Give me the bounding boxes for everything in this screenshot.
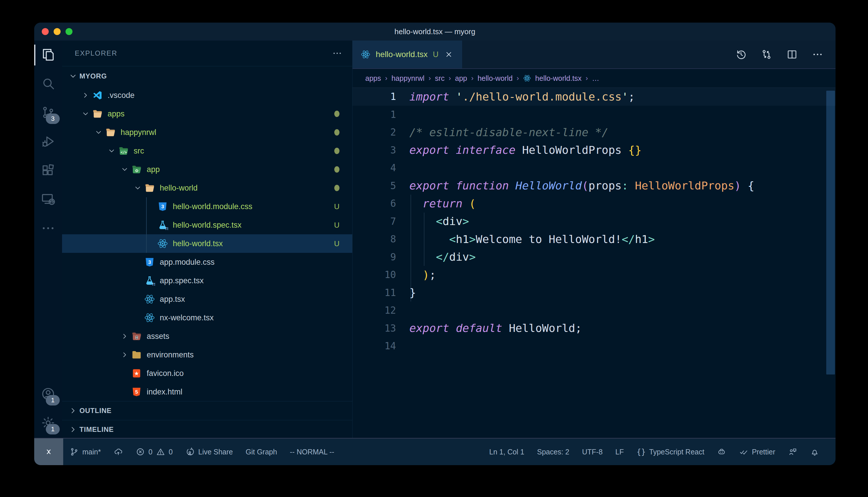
tree-item-app[interactable]: app bbox=[62, 160, 352, 179]
chevron-spacer bbox=[118, 367, 131, 380]
status-label: Git Graph bbox=[246, 448, 277, 456]
status-item-feedback[interactable] bbox=[782, 439, 804, 465]
timeline-section-header[interactable]: TIMELINE bbox=[62, 420, 352, 439]
history-icon[interactable] bbox=[735, 48, 747, 61]
status-item-live-share[interactable]: Live Share bbox=[179, 439, 239, 465]
code-text: return ( bbox=[409, 197, 476, 210]
activity-item-run-debug[interactable] bbox=[34, 127, 62, 156]
breadcrumb-item-happynrwl[interactable]: happynrwl bbox=[391, 74, 424, 83]
tree-item-hello-world-spec-tsx[interactable]: TShello-world.spec.tsxU bbox=[62, 216, 352, 234]
tab-hello-world-tsx[interactable]: hello-world.tsx U bbox=[353, 41, 462, 68]
tree-item-vscode[interactable]: .vscode bbox=[62, 86, 352, 104]
svg-text:5: 5 bbox=[135, 389, 138, 395]
tree-item-hello-world-tsx[interactable]: hello-world.tsxU bbox=[62, 234, 352, 253]
status-item-eol[interactable]: LF bbox=[609, 439, 630, 465]
activity-item-more[interactable] bbox=[34, 214, 62, 243]
workspace-section-header[interactable]: MYORG bbox=[62, 66, 352, 86]
tree-item-environments[interactable]: environments bbox=[62, 345, 352, 364]
breadcrumb-label: hello-world bbox=[478, 74, 512, 83]
chevron-down-icon[interactable] bbox=[118, 163, 131, 176]
html5-icon: 5 bbox=[131, 386, 142, 397]
activity-item-search[interactable] bbox=[34, 70, 62, 98]
chevron-spacer bbox=[131, 311, 144, 324]
compare-icon[interactable] bbox=[760, 48, 773, 61]
ellipsis-icon[interactable] bbox=[811, 48, 824, 61]
explorer-more-icon[interactable] bbox=[332, 48, 342, 58]
tree-item-hello-world[interactable]: hello-world bbox=[62, 179, 352, 197]
breadcrumb-item-src[interactable]: src bbox=[435, 74, 444, 83]
breadcrumb-item-app[interactable]: app bbox=[455, 74, 467, 83]
breadcrumb-label: happynrwl bbox=[391, 74, 424, 83]
chevron-right-icon[interactable] bbox=[79, 89, 92, 102]
status-item-git-branch[interactable]: main* bbox=[63, 439, 107, 465]
close-icon[interactable] bbox=[444, 49, 454, 60]
activity-item-extensions[interactable] bbox=[34, 156, 62, 185]
tree-item-index-html[interactable]: 5index.html bbox=[62, 383, 352, 401]
status-bar: main*00Live ShareGit Graph-- NORMAL -- L… bbox=[34, 438, 836, 465]
line-number: 10 bbox=[353, 269, 409, 280]
status-item-sync[interactable] bbox=[107, 439, 129, 465]
activity-item-source-control[interactable]: 3 bbox=[34, 98, 62, 127]
code-editor[interactable]: 1import './hello-world.module.css';12/* … bbox=[353, 88, 836, 438]
chevron-down-icon bbox=[67, 70, 80, 83]
favicon-icon: ★ bbox=[131, 368, 142, 379]
status-item-copilot[interactable] bbox=[711, 439, 733, 465]
tree-item-src[interactable]: </>src bbox=[62, 142, 352, 160]
tree-item-favicon-ico[interactable]: ★favicon.ico bbox=[62, 364, 352, 383]
breadcrumb-item-apps[interactable]: apps bbox=[365, 74, 381, 83]
vscode-window: hello-world.tsx — myorg 311 EXPLORER MYO… bbox=[34, 23, 836, 465]
activity-item-remote-explorer[interactable] bbox=[34, 185, 62, 214]
tree-item-happynrwl[interactable]: happynrwl bbox=[62, 123, 352, 142]
tree-item-nx-welcome-tsx[interactable]: nx-welcome.tsx bbox=[62, 309, 352, 327]
status-label: Prettier bbox=[752, 448, 775, 456]
badge: 1 bbox=[46, 424, 60, 435]
svg-text:TS: TS bbox=[165, 227, 168, 230]
breadcrumb-item-hello-world[interactable]: hello-world bbox=[478, 74, 512, 83]
status-item-remote-indicator[interactable] bbox=[34, 439, 63, 465]
status-item-problems[interactable]: 00 bbox=[129, 439, 179, 465]
chevron-down-icon[interactable] bbox=[92, 126, 105, 139]
code-line: 1 bbox=[353, 106, 836, 124]
status-label: LF bbox=[616, 448, 624, 456]
status-item-encoding[interactable]: UTF-8 bbox=[576, 439, 609, 465]
double-check-icon bbox=[739, 447, 748, 456]
tree-item-label: index.html bbox=[147, 387, 182, 397]
breadcrumb-label: … bbox=[592, 74, 599, 83]
status-item-cursor-position[interactable]: Ln 1, Col 1 bbox=[483, 439, 531, 465]
activity-item-accounts[interactable]: 1 bbox=[34, 380, 62, 409]
breadcrumb-item-hello-world-tsx[interactable]: hello-world.tsx bbox=[523, 74, 581, 83]
line-number: 14 bbox=[353, 340, 409, 352]
line-number: 5 bbox=[353, 180, 409, 191]
chevron-down-icon[interactable] bbox=[105, 144, 118, 158]
code-line: 3export interface HelloWorldProps {} bbox=[353, 141, 836, 159]
code-line: 14 bbox=[353, 337, 836, 355]
code-line: 6 return ( bbox=[353, 195, 836, 213]
tree-item-app-tsx[interactable]: app.tsx bbox=[62, 290, 352, 309]
tree-item-hello-world-module-css[interactable]: 3hello-world.module.cssU bbox=[62, 197, 352, 216]
css3-icon: 3 bbox=[157, 201, 168, 212]
status-item-language-mode[interactable]: {}TypeScript React bbox=[630, 439, 711, 465]
outline-section-header[interactable]: OUTLINE bbox=[62, 401, 352, 420]
tree-item-apps[interactable]: apps bbox=[62, 104, 352, 123]
status-item-vim-mode[interactable]: -- NORMAL -- bbox=[284, 439, 341, 465]
tree-item-app-spec-tsx[interactable]: TSapp.spec.tsx bbox=[62, 271, 352, 290]
chevron-down-icon[interactable] bbox=[79, 108, 92, 120]
activity-item-explorer[interactable] bbox=[34, 41, 62, 70]
tree-item-app-module-css[interactable]: 3app.module.css bbox=[62, 253, 352, 271]
activity-item-settings[interactable]: 1 bbox=[34, 409, 62, 438]
svg-text:★: ★ bbox=[134, 370, 139, 377]
chevron-right-icon[interactable] bbox=[118, 330, 131, 343]
breadcrumb-item-[interactable]: … bbox=[592, 74, 599, 83]
status-item-indentation[interactable]: Spaces: 2 bbox=[531, 439, 576, 465]
tree-item-assets[interactable]: assets bbox=[62, 327, 352, 345]
status-item-notifications[interactable] bbox=[804, 439, 826, 465]
git-modified-dot bbox=[334, 185, 340, 191]
status-item-git-graph[interactable]: Git Graph bbox=[239, 439, 283, 465]
chevron-right-icon[interactable] bbox=[118, 349, 131, 361]
line-number: 1 bbox=[353, 91, 409, 102]
status-item-prettier[interactable]: Prettier bbox=[733, 439, 782, 465]
chevron-spacer bbox=[131, 274, 144, 287]
breadcrumb-separator: › bbox=[516, 74, 519, 82]
split-icon[interactable] bbox=[786, 48, 798, 61]
chevron-down-icon[interactable] bbox=[131, 182, 144, 195]
